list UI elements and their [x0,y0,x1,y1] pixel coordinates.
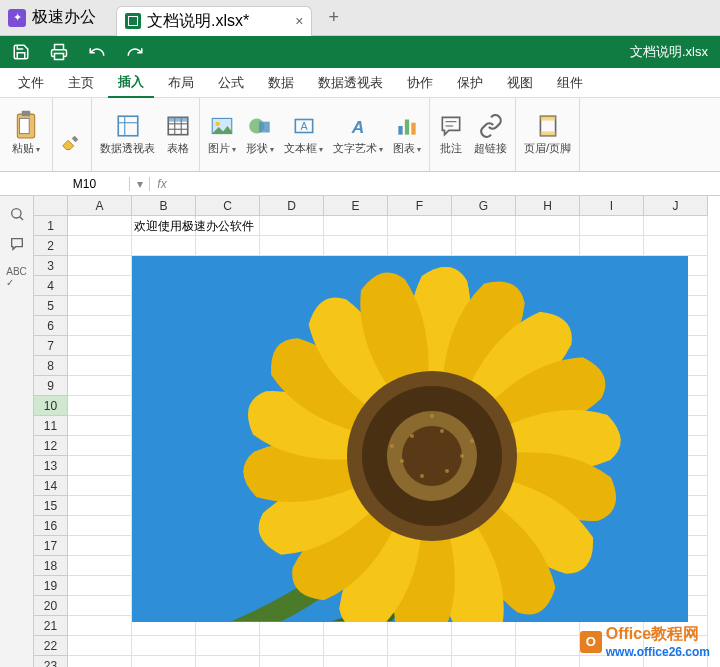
cell[interactable] [196,236,260,256]
menu-tab-0[interactable]: 文件 [8,69,54,97]
cell[interactable] [324,636,388,656]
comment-button[interactable]: 批注 [438,113,464,156]
chart-button[interactable]: 图表 [393,113,421,156]
cell[interactable] [132,656,196,667]
row-header[interactable]: 21 [34,616,68,636]
cell[interactable] [68,216,132,236]
menu-tab-5[interactable]: 数据 [258,69,304,97]
row-header[interactable]: 20 [34,596,68,616]
row-header[interactable]: 10 [34,396,68,416]
menu-tab-9[interactable]: 视图 [497,69,543,97]
embedded-image[interactable] [132,256,688,622]
cell[interactable] [260,216,324,236]
row-header[interactable]: 15 [34,496,68,516]
cell[interactable] [516,236,580,256]
cell[interactable] [68,376,132,396]
cell[interactable] [68,496,132,516]
column-header[interactable]: J [644,196,708,216]
redo-icon[interactable] [126,43,144,61]
column-header[interactable]: D [260,196,324,216]
cell[interactable] [580,216,644,236]
grid[interactable]: ABCDEFGHIJ 12345678910111213141516171819… [34,196,720,667]
print-icon[interactable] [50,43,68,61]
column-header[interactable]: F [388,196,452,216]
cell[interactable] [68,596,132,616]
cell[interactable] [68,616,132,636]
close-tab-button[interactable]: × [295,13,303,29]
cell[interactable] [68,456,132,476]
cell[interactable] [260,636,324,656]
row-header[interactable]: 6 [34,316,68,336]
cell[interactable] [68,636,132,656]
column-header[interactable]: H [516,196,580,216]
app-tab[interactable]: ✦ 极速办公 [0,0,116,36]
name-box-dropdown[interactable]: ▾ [130,177,150,191]
cell[interactable] [196,216,260,236]
cell[interactable] [68,416,132,436]
row-header[interactable]: 11 [34,416,68,436]
pivot-table-button[interactable]: 数据透视表 [100,113,155,156]
column-header[interactable]: G [452,196,516,216]
cell[interactable] [68,316,132,336]
cell[interactable] [388,656,452,667]
menu-tab-1[interactable]: 主页 [58,69,104,97]
column-header[interactable]: E [324,196,388,216]
row-header[interactable]: 3 [34,256,68,276]
cell[interactable] [324,216,388,236]
menu-tab-8[interactable]: 保护 [447,69,493,97]
row-header[interactable]: 17 [34,536,68,556]
cell[interactable] [68,556,132,576]
row-header[interactable]: 16 [34,516,68,536]
textbox-button[interactable]: A 文本框 [284,113,323,156]
cell[interactable] [196,636,260,656]
table-button[interactable]: 表格 [165,113,191,156]
cell[interactable] [324,236,388,256]
document-tab[interactable]: 文档说明.xlsx* × [116,6,312,36]
row-header[interactable]: 7 [34,336,68,356]
cell[interactable] [452,236,516,256]
cell[interactable] [516,636,580,656]
cell[interactable] [260,236,324,256]
row-header[interactable]: 8 [34,356,68,376]
cell[interactable] [68,436,132,456]
cell[interactable] [68,356,132,376]
row-header[interactable]: 13 [34,456,68,476]
shape-button[interactable]: 形状 [246,113,274,156]
row-header[interactable]: 12 [34,436,68,456]
cell[interactable] [132,636,196,656]
menu-tab-4[interactable]: 公式 [208,69,254,97]
cell[interactable] [452,216,516,236]
cell[interactable] [68,396,132,416]
save-icon[interactable] [12,43,30,61]
row-header[interactable]: 14 [34,476,68,496]
row-header[interactable]: 1 [34,216,68,236]
undo-icon[interactable] [88,43,106,61]
column-header[interactable]: C [196,196,260,216]
row-header[interactable]: 4 [34,276,68,296]
menu-tab-6[interactable]: 数据透视表 [308,69,393,97]
search-icon[interactable] [9,206,25,222]
cell[interactable] [388,216,452,236]
cell[interactable] [68,296,132,316]
cell[interactable] [68,536,132,556]
cell[interactable] [516,216,580,236]
menu-tab-7[interactable]: 协作 [397,69,443,97]
spellcheck-icon[interactable]: ABC✓ [6,266,27,288]
cell[interactable] [68,576,132,596]
row-header[interactable]: 2 [34,236,68,256]
cell[interactable] [68,276,132,296]
cell[interactable] [324,656,388,667]
paste-button[interactable]: 粘贴 [12,113,40,156]
menu-tab-3[interactable]: 布局 [158,69,204,97]
cell[interactable] [388,636,452,656]
row-header[interactable]: 18 [34,556,68,576]
cell[interactable] [580,236,644,256]
row-headers[interactable]: 1234567891011121314151617181920212223 [34,216,68,667]
cell[interactable] [68,476,132,496]
cell[interactable] [516,656,580,667]
cell[interactable] [68,516,132,536]
row-header[interactable]: 19 [34,576,68,596]
cell[interactable] [68,656,132,667]
cell[interactable] [644,216,708,236]
column-headers[interactable]: ABCDEFGHIJ [68,196,708,216]
